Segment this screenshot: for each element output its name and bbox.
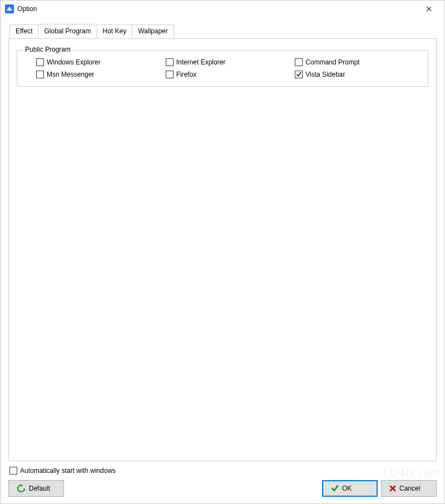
checkbox-command-prompt[interactable]: Command Prompt	[295, 58, 419, 66]
tab-effect[interactable]: Effect	[9, 24, 38, 39]
checkbox-label: Internet Explorer	[176, 58, 226, 66]
group-title: Public Program	[23, 46, 73, 53]
checkbox-label: Vista Sidebar	[305, 71, 345, 78]
tab-hot-key[interactable]: Hot Key	[97, 24, 133, 39]
tab-control: Effect Global Program Hot Key Wallpaper …	[8, 24, 437, 461]
checkbox-label: Msn Messenger	[47, 71, 94, 78]
option-window: Option Effect Global Program Hot Key Wal…	[0, 0, 445, 504]
checkbox-label: Firefox	[176, 71, 197, 78]
default-button[interactable]: Default	[8, 480, 64, 497]
checkbox-box	[166, 71, 174, 78]
bottom-area: Automatically start with windows Default	[8, 461, 437, 497]
content-area: Effect Global Program Hot Key Wallpaper …	[1, 17, 444, 503]
tab-wallpaper[interactable]: Wallpaper	[132, 24, 174, 39]
checkbox-firefox[interactable]: Firefox	[166, 71, 290, 78]
cancel-button[interactable]: Cancel	[381, 480, 437, 497]
checkbox-autostart[interactable]: Automatically start with windows	[8, 467, 437, 475]
public-program-group: Public Program Windows Explorer Internet…	[17, 50, 428, 87]
close-button[interactable]	[418, 1, 440, 17]
checkbox-label: Automatically start with windows	[20, 467, 116, 475]
button-row: Default OK Cancel	[8, 480, 437, 497]
tab-header: Effect Global Program Hot Key Wallpaper	[8, 24, 437, 38]
checkbox-box	[36, 58, 44, 66]
checkbox-box	[295, 71, 303, 78]
checkbox-label: Windows Explorer	[47, 58, 101, 66]
ok-button[interactable]: OK	[322, 480, 378, 497]
checkbox-box	[36, 71, 44, 78]
checkbox-msn-messenger[interactable]: Msn Messenger	[36, 71, 160, 78]
checkbox-grid: Windows Explorer Internet Explorer Comma…	[26, 58, 419, 78]
window-title: Option	[17, 5, 418, 13]
checkbox-box	[295, 58, 303, 66]
title-bar: Option	[1, 1, 444, 17]
check-icon	[331, 485, 339, 492]
cross-icon	[389, 485, 396, 492]
button-label: Default	[29, 485, 50, 492]
checkbox-windows-explorer[interactable]: Windows Explorer	[36, 58, 160, 66]
checkbox-internet-explorer[interactable]: Internet Explorer	[166, 58, 290, 66]
checkbox-vista-sidebar[interactable]: Vista Sidebar	[295, 71, 419, 78]
tab-global-program[interactable]: Global Program	[38, 24, 97, 38]
app-icon	[5, 4, 14, 13]
button-label: OK	[342, 485, 352, 492]
button-label: Cancel	[399, 485, 420, 492]
checkbox-box	[9, 467, 17, 475]
refresh-icon	[17, 484, 26, 493]
checkbox-box	[166, 58, 174, 66]
tab-body: Public Program Windows Explorer Internet…	[8, 38, 437, 461]
checkbox-label: Command Prompt	[305, 58, 359, 66]
